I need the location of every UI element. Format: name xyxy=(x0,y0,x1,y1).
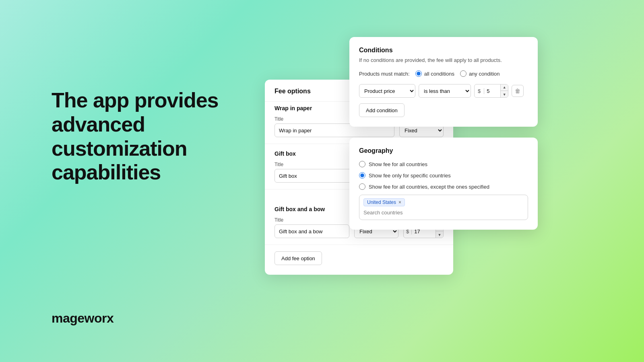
match-any-radio[interactable] xyxy=(460,70,466,77)
match-all-radio[interactable] xyxy=(415,70,422,77)
condition-spin-up[interactable]: ▲ xyxy=(501,84,508,91)
search-countries-input[interactable] xyxy=(363,209,524,216)
match-row: Products must match: all conditions any … xyxy=(359,70,528,77)
fee-panel-title: Fee options xyxy=(275,88,311,95)
condition-operator-select[interactable]: is less than is greater than is equal to xyxy=(419,84,471,98)
condition-currency-symbol: $ xyxy=(475,88,484,94)
geo-all-radio[interactable] xyxy=(359,161,365,167)
geography-title: Geography xyxy=(359,147,528,154)
add-condition-button[interactable]: Add condition xyxy=(359,103,405,117)
giftbox-bow-title-label: Title xyxy=(275,217,349,223)
delete-condition-button[interactable]: 🗑 xyxy=(512,85,524,97)
left-content: The app provides advanced customization … xyxy=(52,88,261,185)
geo-specific-radio[interactable] xyxy=(359,172,365,179)
value-spin-down[interactable]: ▼ xyxy=(436,231,443,238)
countries-field[interactable]: United States × xyxy=(359,195,528,220)
condition-field-select[interactable]: Product price Product quantity Product w… xyxy=(359,84,415,98)
match-all-label: all conditions xyxy=(424,71,454,77)
condition-row: Product price Product quantity Product w… xyxy=(359,84,528,98)
conditions-desc: If no conditions are provided, the fee w… xyxy=(359,57,528,63)
condition-value-input[interactable] xyxy=(484,88,500,94)
conditions-panel: Conditions If no conditions are provided… xyxy=(349,37,538,127)
delete-condition-icon: 🗑 xyxy=(515,88,520,94)
conditions-title: Conditions xyxy=(359,47,528,54)
tag-row: United States × xyxy=(363,198,524,206)
geo-except-option[interactable]: Show fee for all countries, except the o… xyxy=(359,183,528,190)
add-fee-button[interactable]: Add fee option xyxy=(275,251,322,265)
country-tag-us: United States × xyxy=(363,198,405,206)
geo-except-label: Show fee for all countries, except the o… xyxy=(369,184,489,190)
match-all-option[interactable]: all conditions xyxy=(415,70,454,77)
geo-except-radio[interactable] xyxy=(359,183,365,190)
brand-logo: mageworx xyxy=(52,311,114,326)
match-label: Products must match: xyxy=(359,71,410,77)
geo-specific-label: Show fee only for specific countries xyxy=(369,173,451,179)
giftbox-bow-title-input[interactable] xyxy=(275,224,349,238)
country-tag-close[interactable]: × xyxy=(398,200,401,205)
geo-all-label: Show fee for all countries xyxy=(369,161,427,167)
geo-all-option[interactable]: Show fee for all countries xyxy=(359,161,528,167)
geo-specific-option[interactable]: Show fee only for specific countries xyxy=(359,172,528,179)
match-any-label: any condition xyxy=(469,71,500,77)
country-tag-label: United States xyxy=(367,200,396,205)
condition-value-wrapper: $ ▲ ▼ xyxy=(474,84,508,98)
page: The app provides advanced customization … xyxy=(0,0,644,362)
match-any-option[interactable]: any condition xyxy=(460,70,500,77)
giftbox-bow-title-group: Title xyxy=(275,217,349,238)
geography-panel: Geography Show fee for all countries Sho… xyxy=(349,138,538,230)
headline: The app provides advanced customization … xyxy=(52,88,261,185)
condition-spin-down[interactable]: ▼ xyxy=(501,91,508,98)
condition-spinners: ▲ ▼ xyxy=(500,84,508,98)
